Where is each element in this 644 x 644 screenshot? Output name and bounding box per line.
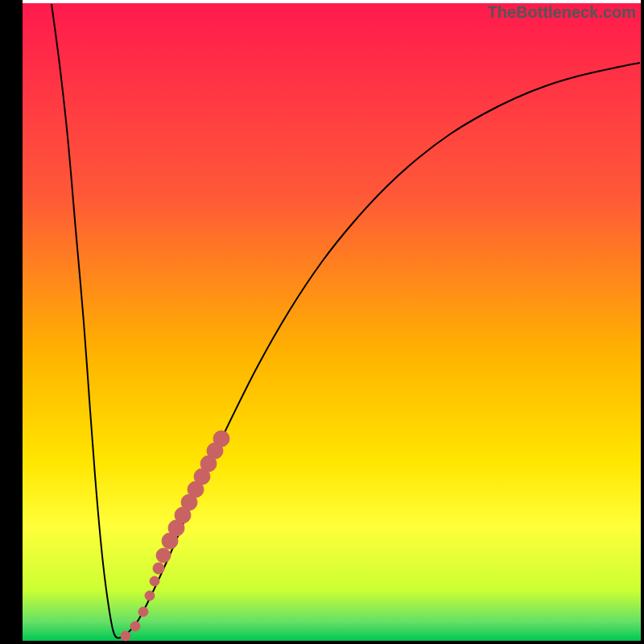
highlight-marker xyxy=(156,548,171,563)
axis-left xyxy=(0,0,23,644)
axis-right xyxy=(641,0,644,644)
highlight-marker xyxy=(138,607,148,617)
highlight-marker xyxy=(121,631,130,641)
chart-container: TheBottleneck.com xyxy=(0,0,644,644)
highlight-marker xyxy=(130,621,140,631)
axis-bottom xyxy=(0,641,644,644)
highlight-marker xyxy=(153,563,164,574)
attribution-text: TheBottleneck.com xyxy=(488,3,636,22)
chart-svg xyxy=(0,0,644,644)
highlight-marker xyxy=(150,576,159,586)
highlight-marker xyxy=(145,591,155,601)
highlight-marker xyxy=(162,533,178,549)
plot-background xyxy=(23,3,641,641)
